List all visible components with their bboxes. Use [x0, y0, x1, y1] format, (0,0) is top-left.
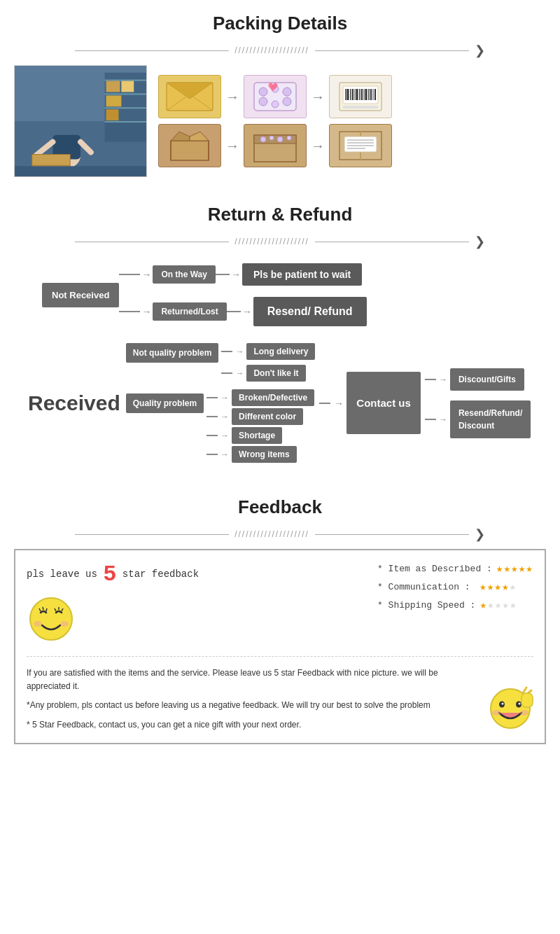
packing-title: Packing Details — [213, 13, 347, 34]
svg-rect-59 — [344, 137, 377, 152]
svg-rect-80 — [522, 693, 533, 707]
feedback-para3: * 5 Star Feedback, contact us, you can g… — [27, 718, 477, 732]
svg-rect-10 — [106, 109, 119, 120]
svg-point-56 — [287, 136, 291, 140]
packing-flow: → → — [158, 75, 546, 167]
divider-line-left — [75, 50, 229, 51]
item-described-stars: ★★★★★ — [496, 562, 533, 576]
svg-rect-4 — [105, 93, 146, 95]
returned-lost-label: Returned/Lost — [153, 302, 226, 321]
svg-point-72 — [60, 621, 69, 627]
feedback-chevron-down-icon: ❯ — [475, 527, 485, 542]
svg-rect-3 — [105, 80, 146, 81]
packing-images: → → — [14, 65, 546, 177]
feedback-top: pls leave us 5 star feedback — [27, 562, 533, 657]
arrow-right-1: → — [225, 89, 239, 105]
shipping-stars: ★★★★★ — [479, 598, 517, 612]
svg-point-71 — [34, 621, 42, 627]
svg-line-78 — [523, 688, 526, 693]
svg-point-64 — [30, 598, 72, 640]
svg-rect-5 — [105, 107, 146, 109]
feedback-left: pls leave us 5 star feedback — [27, 562, 199, 646]
refund-divider-line-right — [315, 242, 469, 242]
feedback-section: pls leave us 5 star feedback — [0, 549, 560, 758]
packing-divider: //////////////////// ❯ — [0, 43, 560, 58]
not-received-label: Not Received — [42, 283, 119, 307]
packing-main-photo — [14, 65, 147, 177]
quality-problem-label: Quality problem — [126, 393, 204, 413]
rating-item-described: * Item as Described : ★★★★★ — [377, 562, 533, 576]
smiley-face-2 — [488, 686, 533, 732]
svg-point-54 — [270, 136, 274, 140]
envelope-icon — [158, 75, 221, 118]
svg-point-82 — [520, 710, 528, 716]
feedback-title: Feedback — [238, 496, 322, 518]
refund-section: Not Received → On the Way → Pls be patie… — [0, 256, 560, 484]
feedback-big-five: 5 — [103, 562, 116, 587]
communication-label: * Communication : — [377, 582, 475, 592]
wrong-items-label: Wrong items — [232, 446, 296, 463]
feedback-bottom: If you are satisfied with the items and … — [27, 667, 533, 732]
refund-divider: //////////////////// ❯ — [0, 234, 560, 249]
patient-wait-label: Pls be patient to wait — [242, 263, 362, 286]
discount-gifts-label: Discount/Gifts — [450, 368, 524, 391]
broken-label: Broken/Defective — [232, 389, 314, 406]
feedback-para2: *Any problem, pls contact us before leav… — [27, 699, 477, 712]
svg-point-53 — [260, 137, 266, 142]
svg-point-27 — [272, 101, 279, 108]
svg-rect-46 — [171, 141, 209, 160]
feedback-text: pls leave us 5 star feedback — [27, 562, 199, 587]
sealed-box-icon — [329, 124, 392, 167]
feedback-header: Feedback — [0, 484, 560, 524]
resend-refund-label: Resend/ Refund — [253, 297, 367, 326]
feedback-divider-line-left — [75, 534, 229, 535]
dont-like-label: Don't like it — [246, 365, 305, 382]
feedback-divider-zigzag: //////////////////// — [234, 529, 309, 539]
not-quality-label: Not quality problem — [126, 343, 219, 363]
svg-line-67 — [46, 608, 47, 611]
shortage-label: Shortage — [232, 427, 282, 444]
svg-rect-17 — [15, 166, 146, 176]
smiley-face-1 — [27, 594, 76, 643]
packing-header: Packing Details — [0, 0, 560, 40]
communication-stars: ★★★★★ — [479, 580, 517, 594]
refund-header: Return & Refund — [0, 191, 560, 231]
rating-communication: * Communication : ★★★★★ — [377, 580, 533, 594]
svg-point-81 — [492, 710, 500, 716]
svg-rect-6 — [105, 121, 146, 123]
svg-line-66 — [43, 607, 43, 610]
svg-rect-45 — [343, 106, 378, 109]
feedback-bottom-text: If you are satisfied with the items and … — [27, 667, 488, 732]
feedback-divider-line-right — [315, 534, 469, 535]
packing-section: → → — [0, 65, 560, 191]
svg-marker-47 — [171, 132, 190, 141]
rating-shipping: * Shipping Speed : ★★★★★ — [377, 598, 533, 612]
on-the-way-label: On the Way — [153, 265, 216, 284]
different-color-label: Different color — [232, 408, 303, 425]
feedback-para1: If you are satisfied with the items and … — [27, 667, 477, 693]
svg-point-76 — [502, 702, 504, 704]
packing-row-2: → → — [158, 124, 546, 167]
contact-us-label: Contact us — [346, 372, 421, 434]
arrow-right-4: → — [311, 138, 325, 154]
svg-point-55 — [277, 137, 283, 142]
svg-point-77 — [519, 702, 521, 704]
svg-rect-7 — [106, 81, 120, 92]
labeled-package-icon — [329, 75, 392, 118]
feedback-divider: //////////////////// ❯ — [0, 527, 560, 542]
svg-rect-9 — [106, 95, 122, 106]
refund-divider-line-left — [75, 242, 229, 242]
chevron-down-icon: ❯ — [475, 43, 485, 58]
ratings: * Item as Described : ★★★★★ * Communicat… — [377, 562, 533, 616]
resend-refund-discount-label: Resend/Refund/Discount — [450, 400, 531, 438]
svg-marker-48 — [190, 132, 209, 141]
svg-point-25 — [283, 88, 291, 96]
feedback-main-text-1: pls leave us — [27, 569, 103, 580]
shipping-label: * Shipping Speed : — [377, 600, 475, 611]
received-label: Received — [28, 391, 126, 415]
item-described-label: * Item as Described : — [377, 564, 492, 574]
arrow-right-2: → — [311, 89, 325, 105]
refund-chevron-down-icon: ❯ — [475, 234, 485, 249]
svg-point-23 — [259, 88, 267, 96]
refund-title: Return & Refund — [208, 204, 353, 225]
